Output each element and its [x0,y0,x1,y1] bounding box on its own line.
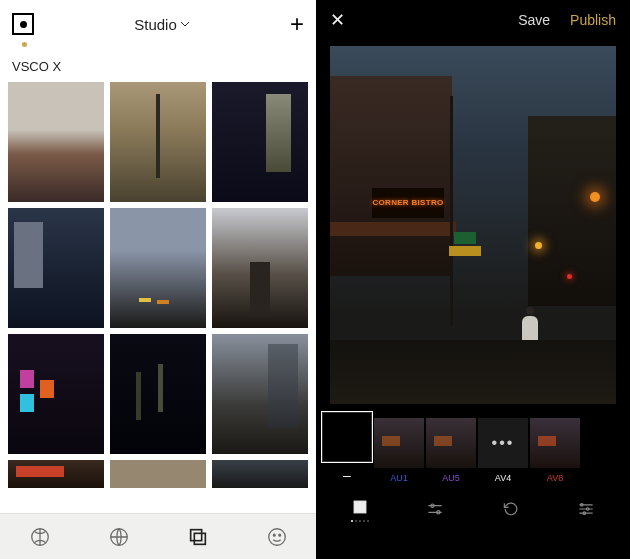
editor-tabs [316,487,630,531]
profile-tab-icon[interactable] [266,526,288,548]
photo-light [567,274,572,279]
publish-button[interactable]: Publish [570,12,616,28]
editor-photo[interactable]: CORNER BISTRO [330,46,616,404]
photo-building-right [528,116,616,306]
undo-icon [501,499,521,519]
app-logo-icon[interactable] [12,13,34,35]
neon-sign: CORNER BISTRO [372,188,444,218]
grid-thumb[interactable] [8,208,104,328]
presets-icon [350,497,370,517]
filter-label: AV8 [547,473,563,483]
history-tab[interactable] [501,499,521,519]
grid-thumb[interactable] [212,208,308,328]
add-button[interactable]: + [290,10,304,38]
filter-strip: – AU1 AU5 ••• AV4 AV8 [316,404,630,487]
pagination-dots [351,520,369,522]
filter-label: – [343,467,351,483]
svg-rect-7 [354,501,366,513]
filter-au1[interactable]: AU1 [374,418,424,483]
svg-point-6 [278,534,280,536]
studio-title: Studio [134,16,177,33]
photo-street [330,340,616,404]
editor-pane: ✕ Save Publish CORNER BISTRO – AU1 AU5 [316,0,630,559]
grid-thumb[interactable] [8,82,104,202]
filter-more[interactable]: ••• AV4 [478,418,528,483]
grid-thumb[interactable] [212,460,308,488]
photo-streetlight [590,192,600,202]
grid-thumb[interactable] [110,334,206,454]
organize-tab[interactable] [576,499,596,519]
photo-pole [450,96,453,326]
svg-rect-3 [194,533,205,544]
studio-dropdown[interactable]: Studio [134,16,190,33]
grid-thumb[interactable] [8,460,104,488]
organize-icon [576,499,596,519]
grid-thumb[interactable] [110,208,206,328]
grid-thumb[interactable] [212,82,308,202]
explore-tab-icon[interactable] [108,526,130,548]
filter-label: AU1 [390,473,408,483]
filter-thumb [374,418,424,468]
bottom-nav [0,513,316,559]
photo-streetlight [535,242,542,249]
filter-au5[interactable]: AU5 [426,418,476,483]
presets-tab[interactable] [350,497,370,522]
save-button[interactable]: Save [518,12,550,28]
filter-label: AU5 [442,473,460,483]
grid-thumb[interactable] [110,460,206,488]
svg-point-4 [268,528,285,545]
filter-av8[interactable]: AV8 [530,418,580,483]
filter-thumb [322,412,372,462]
studio-tab-icon[interactable] [187,526,209,548]
photo-streetsign [454,232,476,244]
studio-pane: Studio + VSCO X [0,0,316,559]
filter-thumb [530,418,580,468]
close-button[interactable]: ✕ [330,9,345,31]
photo-awning [330,222,456,236]
chevron-down-icon [180,19,190,29]
sliders-icon [425,499,445,519]
collection-title: VSCO X [0,47,316,82]
photo-streetsign [449,246,481,256]
grid-thumb[interactable] [110,82,206,202]
photo-building [330,76,452,276]
filter-label: AV4 [495,473,511,483]
left-header: Studio + [0,0,316,42]
header-actions: Save Publish [518,12,616,28]
svg-point-5 [273,534,275,536]
filter-none[interactable]: – [322,412,372,483]
adjust-tab[interactable] [425,499,445,519]
editor-header: ✕ Save Publish [316,0,630,40]
more-icon: ••• [478,418,528,468]
filter-thumb [426,418,476,468]
grid-thumb[interactable] [8,334,104,454]
svg-rect-2 [190,529,201,540]
photo-grid [0,82,316,513]
grid-thumb[interactable] [212,334,308,454]
filter-tab-icon[interactable] [29,526,51,548]
